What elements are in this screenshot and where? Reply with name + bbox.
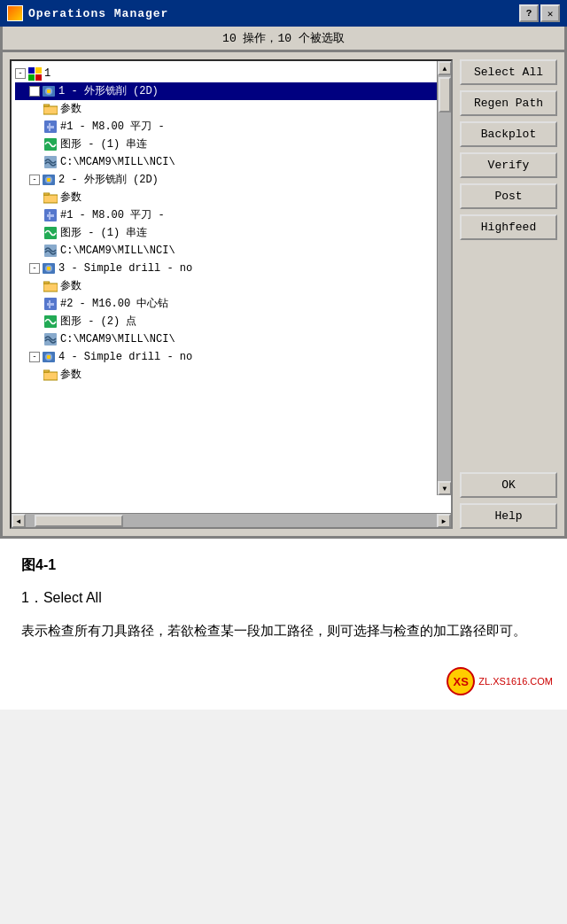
horizontal-scrollbar[interactable]: ◄ ► [12, 513, 451, 527]
tree-label-op2-tool: #1 - M8.00 平刀 - [60, 207, 165, 223]
scroll-down-button[interactable]: ▼ [438, 481, 452, 495]
tool-icon-2 [43, 208, 58, 222]
tree-item-op3-tool[interactable]: #2 - M16.00 中心钻 [15, 295, 447, 313]
op2-icon [42, 173, 56, 187]
tree-item-op3[interactable]: - 3 - Simple drill - no [15, 260, 447, 277]
tree-item-op1-tool[interactable]: #1 - M8.00 平刀 - [15, 118, 447, 136]
watermark-line1: ZL.XS1616.COM [478, 675, 553, 687]
app-icon [7, 5, 23, 21]
tree-item-op2-params[interactable]: 参数 [15, 189, 447, 206]
svg-rect-2 [47, 89, 50, 93]
content-wrapper: 图4-1 1．Select All 表示检查所有刀具路径，若欲检查某一段加工路径… [0, 539, 567, 710]
hscroll-track [26, 514, 437, 527]
tree-label-op1-geom: 图形 - (1) 串连 [60, 136, 147, 152]
watermark-badge: XS [447, 667, 475, 695]
tree-item-op4[interactable]: - 4 - Simple drill - no [15, 348, 447, 366]
tree-toggle-op2[interactable]: - [29, 175, 40, 185]
tool-icon-3 [43, 297, 58, 311]
select-all-button[interactable]: Select All [460, 59, 557, 85]
tree-item-op1[interactable]: - 1 - 外形铣削 (2D) [15, 82, 447, 100]
tree-label-op4: 4 - Simple drill - no [58, 349, 192, 365]
tree-item-root[interactable]: - 1 [15, 65, 447, 82]
scroll-thumb[interactable] [439, 77, 451, 113]
tree-panel[interactable]: - 1 - [10, 59, 453, 529]
section-title: 1．Select All [21, 589, 546, 608]
tree-label-op4-params: 参数 [60, 367, 82, 383]
svg-rect-18 [47, 267, 50, 270]
tree-label-op2: 2 - 外形铣削 (2D) [58, 172, 159, 188]
scroll-left-button[interactable]: ◄ [12, 514, 26, 528]
button-spacer [460, 245, 557, 467]
tree-item-op2[interactable]: - 2 - 外形铣削 (2D) [15, 171, 447, 189]
geom-icon-3 [43, 314, 58, 329]
tree-label-op1: 1 - 外形铣削 (2D) [58, 83, 159, 99]
svg-rect-10 [47, 178, 50, 182]
tree-label-op1-tool: #1 - M8.00 平刀 - [60, 119, 165, 135]
tree-label-op2-nci: C:\MCAM9\MILL\NCI\ [60, 243, 175, 259]
tree-item-op1-nci[interactable]: C:\MCAM9\MILL\NCI\ [15, 153, 447, 171]
watermark: XS ZL.XS1616.COM [447, 667, 553, 695]
status-bar: 10 操作，10 个被选取 [0, 27, 567, 52]
tree-toggle-op1[interactable]: - [29, 86, 40, 97]
tree-toggle-root[interactable]: - [15, 68, 26, 79]
section-body: 表示检查所有刀具路径，若欲检查某一段加工路径，则可选择与检查的加工路径即可。 [21, 618, 546, 642]
tree-item-op3-params[interactable]: 参数 [15, 277, 447, 295]
tree-item-op3-geom[interactable]: 图形 - (2) 点 [15, 313, 447, 330]
tree-item-op2-nci[interactable]: C:\MCAM9\MILL\NCI\ [15, 242, 447, 260]
post-button[interactable]: Post [460, 183, 557, 209]
backplot-button[interactable]: Backplot [460, 121, 557, 147]
tree-item-op1-params[interactable]: 参数 [15, 100, 447, 118]
scroll-right-button[interactable]: ► [437, 514, 451, 528]
help-button[interactable]: ? [519, 4, 539, 22]
svg-rect-26 [47, 355, 50, 359]
tree-label-op3-tool: #2 - M16.00 中心钻 [60, 296, 168, 312]
ok-button[interactable]: OK [460, 472, 557, 498]
hscroll-thumb[interactable] [35, 515, 123, 527]
svg-rect-13 [49, 212, 50, 220]
tree-scroll-area: - 1 - [12, 61, 451, 495]
dialog-window: - 1 - [0, 52, 567, 539]
tree-item-op3-nci[interactable]: C:\MCAM9\MILL\NCI\ [15, 330, 447, 348]
op4-icon [42, 350, 56, 364]
geom-icon-2 [43, 226, 58, 240]
content-area: 图4-1 1．Select All 表示检查所有刀具路径，若欲检查某一段加工路径… [0, 539, 567, 660]
title-bar: Operations Manager ? ✕ [0, 0, 567, 27]
watermark-area: XS ZL.XS1616.COM [0, 660, 567, 710]
tree-label-op3-nci: C:\MCAM9\MILL\NCI\ [60, 331, 175, 347]
tree-icon-root [27, 66, 42, 81]
watermark-text: ZL.XS1616.COM [478, 675, 553, 687]
nci-icon-1 [43, 155, 58, 169]
tree-item-op1-geom[interactable]: 图形 - (1) 串连 [15, 136, 447, 153]
tree-item-op2-tool[interactable]: #1 - M8.00 平刀 - [15, 206, 447, 224]
folder-icon-3 [43, 279, 58, 293]
tree-label-op3: 3 - Simple drill - no [58, 260, 192, 276]
tree-label-op1-nci: C:\MCAM9\MILL\NCI\ [60, 154, 175, 170]
vertical-scrollbar[interactable]: ▲ ▼ [437, 61, 451, 495]
tree-item-op2-geom[interactable]: 图形 - (1) 串连 [15, 224, 447, 242]
tree-toggle-op4[interactable]: - [29, 352, 40, 362]
svg-rect-5 [49, 123, 50, 131]
scroll-up-button[interactable]: ▲ [438, 61, 452, 75]
tree-toggle-op3[interactable]: - [29, 263, 40, 274]
scroll-track [438, 75, 451, 481]
folder-icon-4 [43, 368, 58, 382]
fig-label: 图4-1 [21, 556, 546, 575]
tree-label-root: 1 [44, 66, 50, 82]
tree-item-op4-params[interactable]: 参数 [15, 366, 447, 384]
tool-icon-1 [43, 120, 58, 134]
help-btn[interactable]: Help [460, 503, 557, 529]
highfeed-button[interactable]: Highfeed [460, 214, 557, 240]
button-panel: Select All Regen Path Backplot Verify Po… [460, 59, 557, 529]
status-text: 10 操作，10 个被选取 [222, 32, 345, 45]
tree-label-op3-params: 参数 [60, 278, 82, 294]
regen-path-button[interactable]: Regen Path [460, 90, 557, 116]
verify-button[interactable]: Verify [460, 152, 557, 178]
tree-label-op2-geom: 图形 - (1) 串连 [60, 225, 147, 241]
close-button[interactable]: ✕ [540, 4, 560, 22]
tree-label-op3-geom: 图形 - (2) 点 [60, 314, 136, 330]
geom-icon-1 [43, 137, 58, 151]
window-controls: ? ✕ [519, 4, 560, 22]
tree-label-op2-params: 参数 [60, 190, 82, 206]
nci-icon-2 [43, 244, 58, 258]
tree-label-op1-params: 参数 [60, 101, 82, 117]
